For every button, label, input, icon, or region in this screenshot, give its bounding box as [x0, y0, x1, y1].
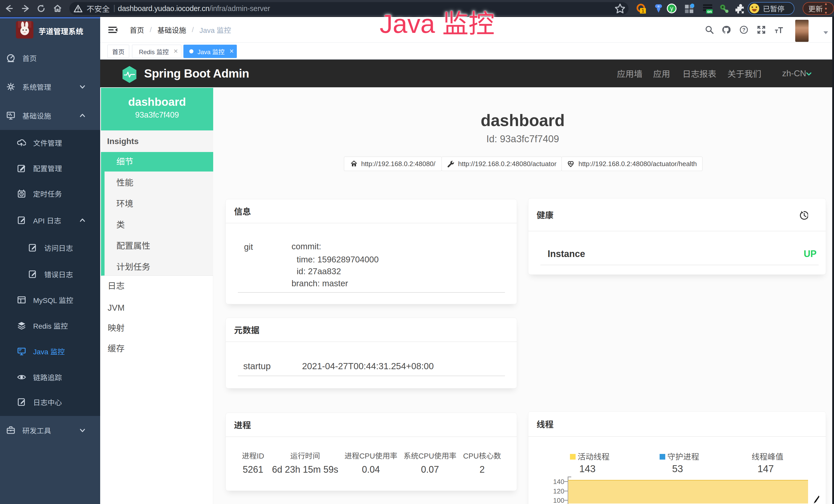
svg-text:1: 1 [642, 8, 644, 14]
svg-text:?: ? [742, 27, 745, 32]
svg-text:on: on [707, 9, 712, 14]
svg-text:y: y [670, 5, 673, 12]
